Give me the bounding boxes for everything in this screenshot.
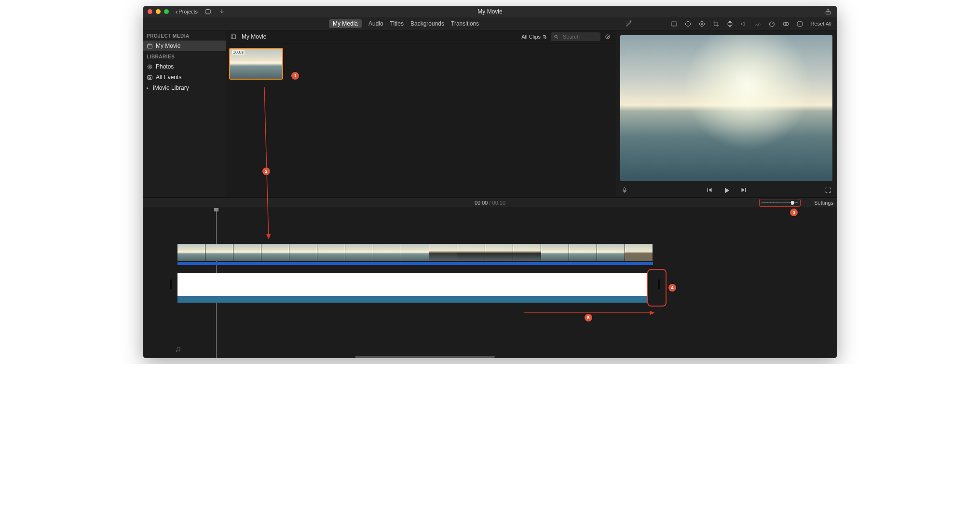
zoom-thumb[interactable] bbox=[791, 201, 794, 205]
callout-3: 3 bbox=[790, 209, 798, 216]
filter-icon[interactable] bbox=[782, 20, 789, 28]
svg-rect-11 bbox=[148, 45, 152, 48]
tab-my-media[interactable]: My Media bbox=[329, 19, 362, 28]
titlebar: ‹ Projects My Movie bbox=[143, 6, 837, 17]
svg-point-20 bbox=[179, 350, 180, 351]
timeline-zoom-slider[interactable] bbox=[759, 199, 801, 207]
timeline-settings-button[interactable]: Settings bbox=[814, 200, 833, 206]
clip-filter-label: All Clips bbox=[521, 34, 541, 40]
close-window-button[interactable] bbox=[148, 9, 152, 14]
color-balance-icon[interactable] bbox=[670, 20, 678, 28]
viewer-controls bbox=[615, 183, 837, 197]
media-tab-group: My Media Audio Titles Backgrounds Transi… bbox=[329, 19, 479, 28]
browser-header: My Movie All Clips ⇅ bbox=[226, 30, 615, 43]
next-frame-icon[interactable] bbox=[740, 186, 748, 195]
video-clip-timeline[interactable] bbox=[177, 244, 653, 265]
svg-point-16 bbox=[606, 35, 610, 39]
svg-rect-0 bbox=[205, 10, 211, 14]
updown-icon: ⇅ bbox=[543, 34, 547, 40]
svg-point-12 bbox=[149, 66, 150, 67]
disclosure-triangle-icon[interactable]: ▸ bbox=[147, 85, 149, 90]
music-track-icon[interactable] bbox=[175, 346, 181, 355]
settings-gear-icon[interactable] bbox=[604, 33, 611, 40]
search-field[interactable] bbox=[551, 32, 600, 41]
clip-duration-badge: 10.0s bbox=[232, 50, 245, 55]
video-audio-strip bbox=[177, 262, 653, 265]
speed-icon[interactable] bbox=[768, 20, 776, 28]
fullscreen-window-button[interactable] bbox=[164, 9, 169, 14]
media-browser: My Movie All Clips ⇅ 10.0s bbox=[226, 30, 615, 197]
callout-1: 1 bbox=[291, 72, 299, 80]
projects-label: Projects bbox=[178, 9, 198, 14]
clapperboard-icon bbox=[147, 43, 153, 49]
callout-box-clip-edge bbox=[647, 269, 667, 307]
sidebar-item-label: Photos bbox=[156, 63, 174, 70]
preview-viewer bbox=[615, 30, 837, 197]
timeline[interactable] bbox=[143, 208, 837, 358]
sidebar-item-photos[interactable]: Photos bbox=[143, 61, 226, 72]
tab-backgrounds[interactable]: Backgrounds bbox=[410, 20, 444, 27]
noise-reduction-icon[interactable] bbox=[754, 20, 762, 28]
section-project-media: PROJECT MEDIA bbox=[143, 30, 226, 41]
title-clip-timeline[interactable] bbox=[177, 273, 648, 296]
traffic-lights bbox=[148, 9, 169, 14]
timeline-scrollbar[interactable] bbox=[355, 356, 495, 358]
callout-5: 5 bbox=[585, 314, 592, 321]
imovie-window: ‹ Projects My Movie My Media Audio Title… bbox=[143, 6, 837, 358]
svg-point-5 bbox=[701, 23, 703, 25]
import-media-icon[interactable] bbox=[204, 8, 211, 15]
crop-icon[interactable] bbox=[712, 20, 720, 28]
tab-audio[interactable]: Audio bbox=[368, 20, 383, 27]
projects-back-button[interactable]: ‹ Projects bbox=[176, 8, 198, 15]
sidebar-item-label: iMovie Library bbox=[153, 84, 189, 91]
download-arrow-icon[interactable] bbox=[219, 9, 225, 14]
tab-transitions[interactable]: Transitions bbox=[451, 20, 479, 27]
callout-2: 2 bbox=[262, 168, 270, 175]
minimize-window-button[interactable] bbox=[156, 9, 161, 14]
adjustment-icon-row bbox=[670, 20, 803, 28]
title-audio-strip bbox=[177, 296, 648, 303]
volume-icon[interactable] bbox=[740, 20, 748, 28]
search-input[interactable] bbox=[562, 33, 598, 40]
info-icon[interactable] bbox=[796, 20, 803, 28]
media-clip-thumbnail[interactable]: 10.0s bbox=[229, 48, 283, 80]
sidebar-item-label: My Movie bbox=[156, 42, 180, 49]
svg-point-15 bbox=[555, 35, 558, 38]
svg-rect-14 bbox=[231, 35, 235, 39]
color-correction-icon[interactable] bbox=[684, 20, 692, 28]
video-filmstrip bbox=[177, 244, 653, 261]
enhance-wand-icon[interactable] bbox=[625, 20, 633, 28]
clip-filter-dropdown[interactable]: All Clips ⇅ bbox=[521, 34, 547, 40]
time-sep: / bbox=[488, 200, 492, 206]
sidebar-item-my-movie[interactable]: My Movie bbox=[143, 41, 226, 51]
star-icon bbox=[147, 74, 153, 81]
share-icon[interactable] bbox=[825, 8, 831, 15]
tab-titles[interactable]: Titles bbox=[390, 20, 404, 27]
svg-rect-2 bbox=[671, 22, 677, 26]
stabilization-icon[interactable] bbox=[726, 20, 734, 28]
svg-point-17 bbox=[607, 36, 609, 38]
main-toolbar: My Media Audio Titles Backgrounds Transi… bbox=[143, 17, 837, 30]
prev-frame-icon[interactable] bbox=[706, 186, 713, 195]
time-total: 00:10 bbox=[492, 200, 506, 206]
chevron-left-icon: ‹ bbox=[176, 8, 177, 15]
timecode-readout: 00:00 / 00:10 bbox=[143, 200, 837, 206]
window-title: My Movie bbox=[143, 8, 837, 15]
sidebar-item-imovie-library[interactable]: ▸ iMovie Library bbox=[143, 83, 226, 93]
svg-point-4 bbox=[700, 21, 705, 26]
section-libraries: LIBRARIES bbox=[143, 51, 226, 61]
sidebar-item-all-events[interactable]: All Events bbox=[143, 72, 226, 83]
upper-panes: PROJECT MEDIA My Movie LIBRARIES Photos … bbox=[143, 30, 837, 197]
reset-all-button[interactable]: Reset All bbox=[811, 21, 831, 27]
play-icon[interactable] bbox=[722, 186, 731, 195]
title-left-handle[interactable] bbox=[170, 279, 172, 289]
browser-header-right: All Clips ⇅ bbox=[521, 32, 611, 41]
list-view-icon[interactable] bbox=[230, 33, 237, 40]
titlebar-icon-group bbox=[204, 8, 225, 15]
viewer-canvas[interactable] bbox=[620, 35, 832, 181]
browser-title: My Movie bbox=[242, 33, 266, 40]
fullscreen-icon[interactable] bbox=[825, 187, 831, 194]
flower-icon bbox=[147, 64, 153, 70]
color-wheel-icon[interactable] bbox=[698, 20, 706, 28]
svg-rect-6 bbox=[728, 22, 732, 25]
